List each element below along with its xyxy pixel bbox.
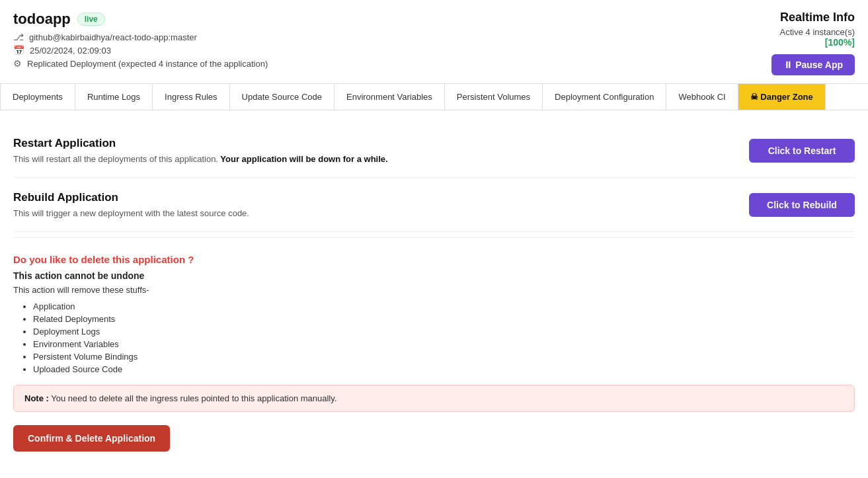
main-content: Restart Application This will restart al… (0, 110, 868, 465)
restart-desc-bold: Your application will be down for a whil… (218, 154, 388, 164)
restart-desc-normal: This will restart all the deployments of… (13, 154, 218, 164)
restart-desc: This will restart all the deployments of… (13, 154, 388, 164)
gear-icon: ⚙ (13, 58, 22, 69)
tab-webhook-ci[interactable]: Webhook CI (666, 84, 738, 110)
tab-ingress-rules[interactable]: Ingress Rules (153, 84, 229, 110)
rebuild-info: Rebuild Application This will trigger a … (13, 191, 249, 218)
delete-items-list: Application Related Deployments Deployme… (13, 301, 855, 374)
rebuild-title: Rebuild Application (13, 191, 249, 204)
delete-section: Do you like to delete this application ?… (13, 254, 855, 452)
calendar-icon: 📅 (13, 45, 24, 56)
github-ref: github@kabirbaidhya/react-todo-app:maste… (29, 32, 197, 42)
pause-app-button[interactable]: ⏸ Pause App (771, 54, 855, 75)
delete-intro: This action will remove these stuffs- (13, 285, 855, 295)
tab-deployments[interactable]: Deployments (0, 84, 75, 110)
tab-environment-variables[interactable]: Environment Variables (335, 84, 445, 110)
tab-deployment-configuration[interactable]: Deployment Configuration (543, 84, 666, 110)
delete-undone: This action cannot be undone (13, 270, 855, 281)
rebuild-desc: This will trigger a new deployment with … (13, 208, 249, 218)
note-label: Note : (24, 393, 49, 403)
list-item: Uploaded Source Code (33, 364, 855, 374)
live-badge: live (77, 13, 105, 26)
header-left: todoapp live ⎇ github@kabirbaidhya/react… (13, 11, 268, 71)
tab-update-source-code[interactable]: Update Source Code (230, 84, 335, 110)
note-box: Note : You need to delete all the ingres… (13, 385, 855, 412)
tab-bar: Deployments Runtime Logs Ingress Rules U… (0, 83, 868, 110)
tab-runtime-logs[interactable]: Runtime Logs (75, 84, 153, 110)
list-item: Related Deployments (33, 314, 855, 324)
restart-section: Restart Application This will restart al… (13, 124, 855, 178)
restart-info: Restart Application This will restart al… (13, 137, 388, 164)
note-text: You need to delete all the ingress rules… (49, 393, 337, 403)
rebuild-button[interactable]: Click to Rebuild (749, 193, 855, 217)
list-item: Persistent Volume Bindings (33, 352, 855, 362)
header-right: Realtime Info Active 4 instance(s) [100%… (771, 11, 855, 75)
git-icon: ⎇ (13, 32, 24, 42)
tab-danger-zone[interactable]: ☠ Danger Zone (738, 84, 826, 110)
section-divider (13, 237, 855, 238)
list-item: Application (33, 301, 855, 311)
restart-button[interactable]: Click to Restart (749, 139, 855, 163)
tab-persistent-volumes[interactable]: Persistent Volumes (445, 84, 543, 110)
delete-question: Do you like to delete this application ? (13, 254, 855, 265)
active-percent: [100%] (771, 37, 855, 48)
app-name: todoapp (13, 11, 71, 28)
realtime-title: Realtime Info (771, 11, 855, 24)
confirm-delete-button[interactable]: Confirm & Delete Application (13, 425, 170, 452)
active-instances: Active 4 instance(s) (771, 27, 855, 37)
deploy-date: 25/02/2024, 02:09:03 (30, 46, 111, 56)
list-item: Environment Variables (33, 339, 855, 349)
restart-title: Restart Application (13, 137, 388, 150)
rebuild-desc-normal: This will trigger a new deployment with … (13, 208, 249, 218)
rebuild-section: Rebuild Application This will trigger a … (13, 178, 855, 232)
list-item: Deployment Logs (33, 327, 855, 337)
deployment-info: Replicated Deployment (expected 4 instan… (27, 59, 268, 69)
